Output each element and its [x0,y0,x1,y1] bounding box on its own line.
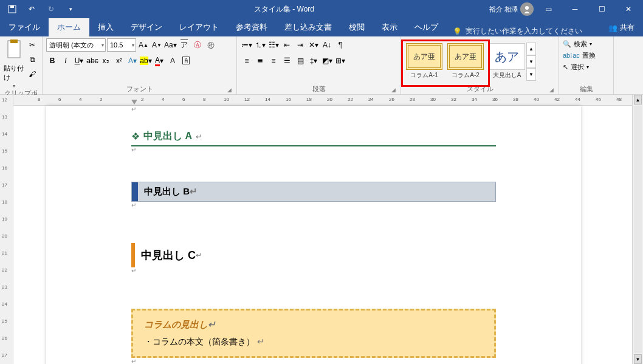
ruler-tick: 12 [244,97,250,102]
font-name-combo[interactable]: 游明朝 (本文の▾ [46,38,106,52]
styles-dialog-launcher-icon[interactable]: ◢ [548,87,555,94]
enclose-char-icon[interactable]: ㊓ [205,38,217,52]
ruler-tick: 2 [100,97,102,102]
scroll-track[interactable] [634,106,642,353]
strikethrough-button[interactable]: abc [86,54,98,67]
numbering-icon[interactable]: ⒈▾ [254,38,266,52]
subscript-button[interactable]: x₂ [100,54,112,67]
char-shading-icon[interactable]: A [167,54,179,67]
tab-help[interactable]: ヘルプ [406,18,447,36]
font-dialog-launcher-icon[interactable]: ◢ [225,87,233,94]
column-title-text[interactable]: コラムの見出し [144,319,208,329]
heading-c-text[interactable]: 中見出し C [141,248,196,263]
tab-mailings[interactable]: 差し込み文書 [276,18,340,36]
bullets-icon[interactable]: ≔▾ [241,38,253,52]
ruler-tick: 26 [389,97,394,102]
vertical-scrollbar[interactable]: ▲ ▼ [632,95,643,364]
bold-button[interactable]: B [46,54,58,67]
replace-button[interactable]: ab⁞ac置換 [563,51,596,60]
asian-layout-icon[interactable]: ✕▾ [308,38,320,52]
sort-icon[interactable]: A↓ [321,38,333,52]
multilevel-list-icon[interactable]: ☷▾ [267,38,280,52]
replace-icon: ab⁞ac [563,52,580,60]
column-box: コラムの見出し↵ ・コラムの本文（箇条書き） ↵ [131,309,496,358]
shading-icon[interactable]: ◩▾ [321,54,333,67]
paste-label[interactable]: 貼り付け [4,64,24,82]
ruler-tick: 38 [513,97,518,102]
save-icon[interactable] [4,2,21,16]
tab-design[interactable]: デザイン [122,18,171,36]
align-left-icon[interactable]: ≡ [241,54,253,67]
first-line-indent-marker[interactable] [131,100,137,105]
font-color-icon[interactable]: A▾ [153,54,165,67]
paste-icon[interactable] [4,38,24,63]
grow-font-icon[interactable]: A▲ [137,38,150,52]
find-button[interactable]: 🔍検索▾ [563,39,596,49]
phonetic-guide-icon[interactable]: ア [178,38,190,52]
copy-icon[interactable]: ⧉ [26,53,38,66]
user-avatar-icon[interactable] [520,2,534,16]
scroll-up-icon[interactable]: ▲ [634,95,642,105]
gallery-up-icon[interactable]: ▲ [526,43,536,55]
redo-icon[interactable]: ↻ [43,2,60,16]
share-button[interactable]: 👥 共有 [600,19,643,36]
page[interactable]: ↵ ❖ 中見出し A ↵ ↵ 中見出し B↵ ↵ 中見出し C ↵ ↵ コラムの… [46,106,581,364]
align-right-icon[interactable]: ≡ [267,54,280,67]
italic-button[interactable]: I [60,54,72,67]
heading-b-text[interactable]: 中見出し B [144,186,190,196]
paste-dropdown-icon[interactable]: ▾ [13,83,15,89]
ribbon-display-icon[interactable]: ▭ [536,0,560,18]
borders-icon[interactable]: ⊞▾ [334,54,346,67]
heading-a: ❖ 中見出し A ↵ [131,128,496,146]
underline-button[interactable]: U▾ [73,54,85,67]
paragraph-dialog-launcher-icon[interactable]: ◢ [390,87,397,94]
ruler-tick: 2 [141,97,143,102]
select-button[interactable]: ↖選択▾ [563,63,596,72]
maximize-button[interactable]: ☐ [590,0,614,18]
ruler-tick: 28 [410,97,415,102]
highlight-icon[interactable]: ab▾ [140,54,152,67]
qat-customize-icon[interactable]: ▾ [62,2,79,16]
tab-view[interactable]: 表示 [373,18,406,36]
ruler-tick: 20 [327,97,332,102]
format-painter-icon[interactable]: 🖌 [26,67,38,81]
close-button[interactable]: ✕ [616,0,641,18]
ruler-tick: 18 [2,199,7,205]
show-marks-icon[interactable]: ¶ [334,38,346,52]
decrease-indent-icon[interactable]: ⇤ [281,38,293,52]
line-spacing-icon[interactable]: ‡▾ [308,54,320,67]
column-body-text[interactable]: ・コラムの本文（箇条書き） [144,337,255,346]
undo-icon[interactable]: ↶ [23,2,40,16]
font-size-combo[interactable]: 10.5▾ [107,38,136,52]
tab-references[interactable]: 参考資料 [227,18,276,36]
ruler-tick: 6 [182,97,185,102]
gallery-down-icon[interactable]: ▼ [526,55,536,68]
text-effects-icon[interactable]: A▾ [126,54,139,67]
tab-file[interactable]: ファイル [0,18,49,36]
style-column-a1[interactable]: あア亜 コラムA-1 [405,43,444,80]
heading-a-text[interactable]: 中見出し A [143,130,192,143]
document-area: 8642246810121416182022242628303234363840… [13,95,632,364]
char-border-icon[interactable]: 🄰 [180,54,192,67]
justify-icon[interactable]: ☰ [281,54,293,67]
cut-icon[interactable]: ✂ [26,38,38,52]
style-column-a2[interactable]: あア亜 コラムA-2 [446,43,485,80]
clear-format-icon[interactable]: Ⓐ [191,38,204,52]
gallery-more-icon[interactable]: ▼ [526,68,536,81]
tab-layout[interactable]: レイアウト [171,18,227,36]
align-center-icon[interactable]: ≣ [254,54,266,67]
superscript-button[interactable]: x² [113,54,125,67]
group-styles: あア亜 コラムA-1 あア亜 コラムA-2 あア 大見出しA ▲ ▼ ▼ スタイ… [401,36,559,94]
distributed-icon[interactable]: ▤ [294,54,306,67]
style-big-heading-a[interactable]: あア 大見出しA [487,43,526,80]
tab-insert[interactable]: 挿入 [89,18,122,36]
paragraph-mark: ↵ [196,251,202,259]
increase-indent-icon[interactable]: ⇥ [294,38,306,52]
change-case-icon[interactable]: Aa▾ [164,38,177,52]
scroll-down-icon[interactable]: ▼ [634,354,642,364]
tab-home[interactable]: ホーム [49,18,89,36]
shrink-font-icon[interactable]: A▼ [151,38,163,52]
tell-me[interactable]: 💡 実行したい作業を入力してください [453,26,582,36]
minimize-button[interactable]: ─ [563,0,587,18]
tab-review[interactable]: 校閲 [340,18,373,36]
